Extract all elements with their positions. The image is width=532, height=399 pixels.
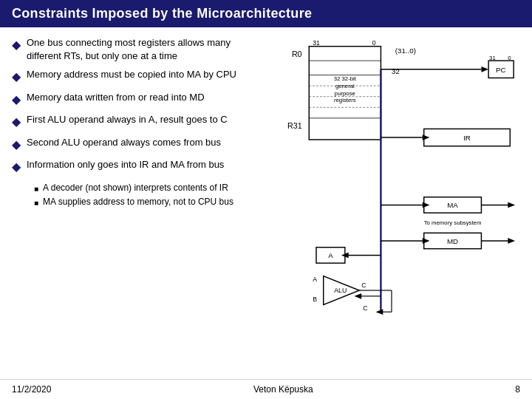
sub-bullet-2: ■ MA supplies address to memory, not to … [34,197,244,208]
bullet-text-3: Memory data written from or read into MD [27,91,205,104]
bullet-text-4: First ALU operand always in A, result go… [27,113,228,126]
bullet-3: ◆ Memory data written from or read into … [12,89,244,109]
sub-bullet-1: ■ A decoder (not shown) interprets conte… [34,183,244,194]
md-right-arrow [508,238,515,244]
architecture-diagram: R0 32 32-bit general purpose registers R… [266,35,517,345]
bullet-dot-3: ◆ [12,92,21,108]
title-text: Constraints Imposed by the Microarchitec… [12,6,312,21]
bullet-text-5: Second ALU operand always comes from bus [27,136,221,149]
sub-text-2: MA supplies address to memory, not to CP… [43,197,233,208]
svg-text:0: 0 [372,39,376,47]
ma-label: MA [447,201,458,209]
content-area: ◆ One bus connecting most registers allo… [0,27,532,379]
md-label: MD [447,237,458,245]
registers-main-label: 32 32-bit [334,75,357,82]
sub-text-1: A decoder (not shown) interprets content… [43,183,228,194]
r31-label: R31 [287,121,302,130]
bit-32-label: 32 [392,67,400,75]
svg-text:general: general [335,83,355,89]
bullet-dot-1: ◆ [12,37,21,53]
pc-label: PC [496,66,505,74]
footer-author: Veton Këpuska [253,384,313,395]
slide: Constraints Imposed by the Microarchitec… [0,0,532,399]
a-alu-input: A [313,276,317,283]
b-arrow [354,293,361,299]
bullet-6: ◆ Information only goes into IR and MA f… [12,157,244,177]
ir-label: IR [463,134,471,142]
mem-subsystem-label: To memory subsystem [424,219,482,226]
bullet-4: ◆ First ALU operand always in A, result … [12,112,244,132]
bullet-dot-4: ◆ [12,114,21,130]
left-panel: ◆ One bus connecting most registers allo… [0,35,251,379]
bullet-text-2: Memory address must be copied into MA by… [27,68,236,81]
r0-label: R0 [292,50,302,58]
slide-title: Constraints Imposed by the Microarchitec… [0,0,532,27]
footer-date: 11/2/2020 [12,384,51,395]
svg-text:0: 0 [508,55,511,61]
alu-label: ALU [334,287,347,294]
svg-text:purpose: purpose [335,90,355,97]
c-label: C [361,282,366,289]
sub-dot-1: ■ [34,184,38,194]
sub-bullets: ■ A decoder (not shown) interprets conte… [34,183,244,208]
a-reg-label: A [328,251,333,259]
c-bottom-label: C [363,304,367,312]
bullet-text-1: One bus connecting most registers allows… [27,36,244,62]
c-bus-arrow [376,309,383,315]
bullet-dot-5: ◆ [12,137,21,153]
right-panel: R0 32 32-bit general purpose registers R… [251,35,532,379]
ma-right-arrow [508,202,515,208]
bullet-dot-6: ◆ [12,159,21,175]
bullet-text-6: Information only goes into IR and MA fro… [27,158,224,171]
b-alu-input: B [313,296,317,303]
svg-text:31: 31 [313,39,320,47]
bullet-1: ◆ One bus connecting most registers allo… [12,35,244,64]
svg-text:31: 31 [489,55,496,61]
footer-page: 8 [515,384,520,395]
bullet-dot-2: ◆ [12,69,21,85]
bullet-5: ◆ Second ALU operand always comes from b… [12,134,244,154]
bullet-2: ◆ Memory address must be copied into MA … [12,66,244,86]
svg-text:registers: registers [334,97,356,103]
sub-dot-2: ■ [34,198,38,208]
footer: 11/2/2020 Veton Këpuska 8 [0,379,532,399]
bus-arrow-right [481,66,488,72]
bit-range-label: (31..0) [395,47,416,55]
